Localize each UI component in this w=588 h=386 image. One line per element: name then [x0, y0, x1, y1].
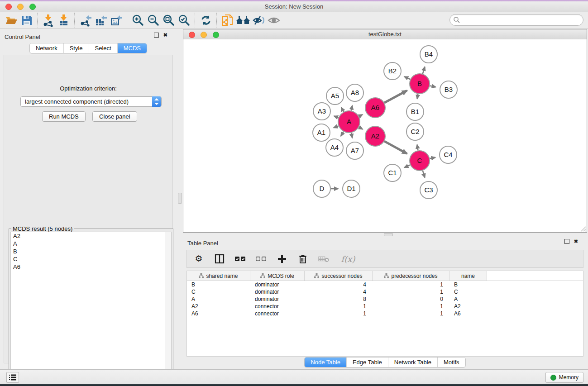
table-cell[interactable]: 4: [305, 289, 373, 295]
gear-icon[interactable]: ⚙: [193, 253, 204, 264]
search-field[interactable]: [449, 14, 583, 26]
graph-edge-A2-C[interactable]: [384, 141, 407, 153]
table-cell[interactable]: 1: [305, 310, 373, 317]
birdseye-view-icon[interactable]: [266, 13, 282, 28]
result-scrollbar[interactable]: [165, 232, 171, 381]
node-table[interactable]: shared nameMCDS rolesuccessor nodesprede…: [186, 271, 583, 357]
graph-edge-A6-B[interactable]: [384, 91, 407, 103]
graph-edge-A-A2[interactable]: [359, 127, 363, 129]
table-row[interactable]: Cdominator41C: [187, 288, 583, 295]
table-cell[interactable]: 1: [373, 281, 449, 288]
table-cell[interactable]: A6: [449, 310, 487, 317]
float-panel-icon[interactable]: [154, 33, 159, 38]
graph-edge-C-C2[interactable]: [417, 145, 418, 151]
mcds-result-list[interactable]: A2ABCA6: [10, 232, 172, 381]
table-row[interactable]: Adominator80A: [187, 295, 583, 303]
delete-row-icon[interactable]: [297, 253, 308, 264]
search-input[interactable]: [462, 15, 579, 25]
graph-edge-A-A3[interactable]: [334, 116, 339, 118]
horizontal-splitter[interactable]: [183, 233, 588, 236]
network-canvas[interactable]: AA1A2A3A4A5A6A7A8BB1B2B3B4CC1C2C3C4DD1: [183, 39, 587, 232]
table-cell[interactable]: dominator: [250, 289, 305, 295]
column-header-successor-nodes[interactable]: successor nodes: [305, 271, 373, 281]
zoom-fit-icon[interactable]: [161, 13, 177, 28]
export-image-icon[interactable]: [109, 13, 124, 28]
table-cell[interactable]: C: [187, 289, 250, 295]
network-graph[interactable]: AA1A2A3A4A5A6A7A8BB1B2B3B4CC1C2C3C4DD1: [183, 39, 587, 232]
close-panel-button[interactable]: Close panel: [92, 111, 137, 122]
table-cell[interactable]: B: [187, 281, 250, 288]
open-session-icon[interactable]: [4, 13, 19, 28]
table-cell[interactable]: C: [449, 289, 487, 295]
table-row[interactable]: Bdominator41B: [187, 281, 583, 288]
result-item[interactable]: C: [11, 255, 171, 263]
memory-button[interactable]: Memory: [545, 372, 583, 383]
network-file-icon[interactable]: [220, 13, 235, 28]
result-item[interactable]: A6: [11, 263, 171, 271]
graph-edge-A-A6[interactable]: [359, 114, 363, 116]
tab-network[interactable]: Network: [30, 43, 63, 53]
tab-mcds[interactable]: MCDS: [117, 43, 147, 53]
import-table-icon[interactable]: [56, 13, 72, 28]
graph-edge-B-B4[interactable]: [423, 67, 425, 74]
table-row[interactable]: A2connector11A2: [187, 303, 583, 310]
columns-icon[interactable]: [214, 253, 225, 264]
hide-graphics-details-icon[interactable]: [251, 13, 266, 28]
vertical-splitter[interactable]: [177, 29, 183, 369]
zoom-selected-icon[interactable]: [177, 13, 192, 28]
tab-network-table[interactable]: Network Table: [388, 357, 437, 367]
graph-edge-B-B1[interactable]: [417, 94, 418, 99]
table-row[interactable]: A6connector11A6: [187, 310, 583, 317]
home-icon[interactable]: [235, 13, 251, 28]
zoom-out-icon[interactable]: [146, 13, 161, 28]
run-mcds-button[interactable]: Run MCDS: [42, 111, 86, 122]
table-cell[interactable]: 8: [305, 296, 373, 302]
graph-edge-C-C3[interactable]: [423, 171, 425, 177]
export-table-icon[interactable]: [93, 13, 109, 28]
resize-grip-icon[interactable]: [580, 226, 586, 232]
splitter-grip[interactable]: [384, 233, 393, 236]
task-history-button[interactable]: [6, 372, 19, 383]
table-cell[interactable]: 1: [305, 303, 373, 310]
column-header-predecessor-nodes[interactable]: predecessor nodes: [373, 271, 449, 281]
tab-edge-table[interactable]: Edge Table: [346, 357, 388, 367]
table-cell[interactable]: dominator: [250, 296, 305, 302]
table-cell[interactable]: A2: [449, 303, 487, 310]
graph-edge-C-C1[interactable]: [404, 165, 410, 167]
graph-edge-C-C4[interactable]: [430, 157, 435, 158]
table-cell[interactable]: 0: [373, 296, 449, 302]
graph-edge-A-A7[interactable]: [351, 133, 352, 138]
export-network-icon[interactable]: [78, 13, 93, 28]
float-panel-icon[interactable]: [564, 239, 569, 244]
result-item[interactable]: A2: [11, 232, 171, 240]
column-header-name[interactable]: name: [449, 271, 487, 281]
table-cell[interactable]: A: [187, 296, 250, 302]
table-cell[interactable]: 4: [305, 281, 373, 288]
graph-edge-A-A5[interactable]: [341, 107, 344, 112]
zoom-in-icon[interactable]: [130, 13, 146, 28]
criterion-select[interactable]: largest connected component (directed): [20, 96, 162, 107]
table-cell[interactable]: A: [449, 296, 487, 302]
close-panel-icon[interactable]: ✖: [574, 239, 578, 244]
table-cell[interactable]: 1: [373, 310, 449, 317]
tab-motifs[interactable]: Motifs: [437, 357, 465, 367]
import-network-icon[interactable]: [41, 13, 56, 28]
tab-style[interactable]: Style: [63, 43, 89, 53]
graph-edge-A-A4[interactable]: [341, 132, 344, 136]
add-row-icon[interactable]: [277, 253, 287, 264]
tab-select[interactable]: Select: [89, 43, 117, 53]
table-cell[interactable]: 1: [373, 303, 449, 310]
table-cell[interactable]: connector: [250, 310, 305, 317]
refresh-layout-icon[interactable]: [198, 13, 214, 28]
table-cell[interactable]: dominator: [250, 281, 305, 288]
graph-edge-B-B3[interactable]: [430, 86, 436, 87]
table-cell[interactable]: B: [449, 281, 487, 288]
graph-edge-A-A8[interactable]: [351, 105, 352, 110]
table-cell[interactable]: A2: [187, 303, 250, 310]
table-cell[interactable]: connector: [250, 303, 305, 310]
close-panel-icon[interactable]: ✖: [163, 33, 167, 38]
tab-node-table[interactable]: Node Table: [305, 357, 346, 367]
table-cell[interactable]: 1: [373, 289, 449, 295]
deselect-all-icon[interactable]: [256, 253, 267, 264]
graph-edge-B-B2[interactable]: [404, 76, 410, 79]
